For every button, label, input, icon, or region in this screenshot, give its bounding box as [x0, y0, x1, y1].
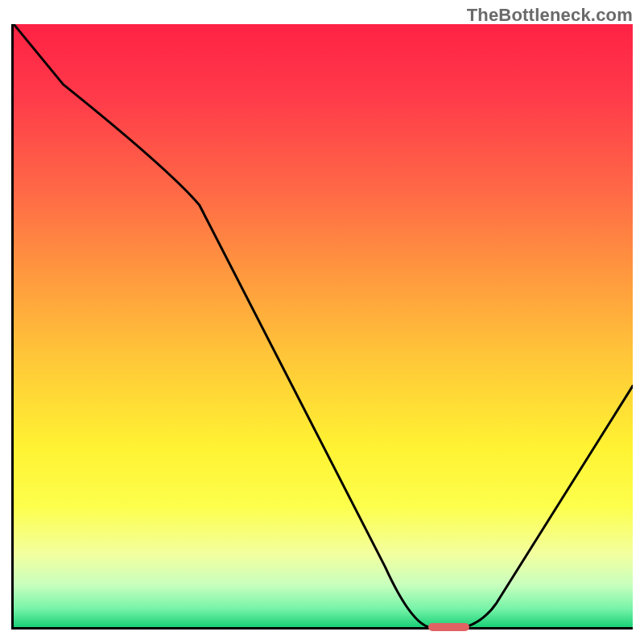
plot-area	[11, 24, 633, 630]
bottleneck-curve	[14, 24, 633, 627]
watermark-text: TheBottleneck.com	[467, 5, 633, 26]
chart-container: TheBottleneck.com	[0, 0, 644, 644]
optimum-marker	[428, 623, 469, 631]
